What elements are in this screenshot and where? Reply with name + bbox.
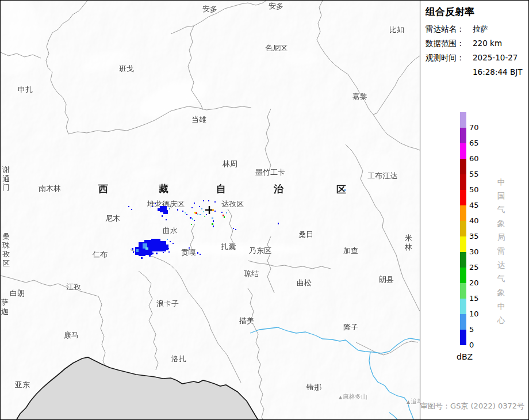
echo-pixel <box>213 226 214 227</box>
mountain-label: ▲康格多山 <box>339 393 367 401</box>
echo-pixel <box>278 223 279 224</box>
echo-pixel <box>203 200 204 201</box>
echo-pixel <box>191 224 192 225</box>
colorbar-segment <box>460 283 466 299</box>
mountain-icon: ▲ <box>339 395 342 400</box>
colorbar-segment <box>460 236 466 252</box>
echo-pixel <box>214 211 216 212</box>
echo-pixel <box>185 212 186 213</box>
place-label: 江孜 <box>66 282 81 292</box>
terrain-basemap <box>1 1 420 419</box>
colorbar-segment <box>460 299 466 314</box>
place-label: 申扎 <box>18 85 33 95</box>
echo-pixel <box>133 251 134 253</box>
station-info: 雷达站名： 拉萨 数据范围： 220 km 观测时间： 2025-10-27 1… <box>425 24 528 77</box>
echo-pixel <box>212 209 214 211</box>
colorbar-tick: 30 <box>469 247 479 256</box>
echo-pixel <box>190 217 191 219</box>
echo-pixel <box>151 253 154 254</box>
colorbar-tick: 15 <box>469 294 479 303</box>
colorbar-tick: 65 <box>469 139 479 147</box>
colorbar-tick: 50 <box>469 185 479 194</box>
place-label: 比如 <box>389 25 404 35</box>
echo-pixel <box>212 223 213 225</box>
echo-pixel <box>168 248 169 249</box>
colorbar-segment <box>460 205 466 221</box>
echo-pixel <box>155 203 156 204</box>
radar-map: 安多安多比如色尼区班戈申扎嘉黎当雄林周墨竹工卡工布江达南木林堆龙德庆区达孜区尼木… <box>1 1 420 419</box>
echo-pixel <box>214 201 216 203</box>
place-label: 错那 <box>306 382 321 392</box>
echo-pixel <box>141 257 143 259</box>
echo-pixel <box>152 206 153 207</box>
echo-pixel <box>172 243 174 244</box>
colorbar-segment <box>460 330 466 345</box>
echo-pixel <box>344 189 346 191</box>
colorbar-tick: 45 <box>469 201 479 209</box>
colorbar-tick: 35 <box>469 232 479 240</box>
place-label: 洛扎 <box>171 354 186 364</box>
place-label: 色尼区 <box>265 43 288 54</box>
echo-pixel <box>197 252 198 254</box>
echo-pixel <box>213 220 214 222</box>
place-label: 浪卡子 <box>156 299 179 309</box>
echo-pixel <box>224 216 225 218</box>
echo-pixel <box>166 219 167 220</box>
echo-pixel <box>221 212 223 213</box>
echo-pixel <box>136 249 139 252</box>
echo-pixel <box>182 211 183 212</box>
colorbar-tick: 25 <box>469 263 479 272</box>
colorbar-segment <box>460 221 466 236</box>
colorbar-tick: 40 <box>469 216 479 225</box>
echo-pixel <box>197 213 198 215</box>
dbz-unit-label: dBZ <box>457 352 473 361</box>
echo-pixel <box>235 229 236 230</box>
station-name-value: 拉萨 <box>473 24 528 35</box>
map-approval-number: 审图号：GS京 (2022) 0372号 <box>420 401 524 411</box>
echo-pixel <box>233 228 234 229</box>
echo-pixel <box>208 200 209 201</box>
echo-pixel <box>145 247 148 250</box>
place-label: 安多 <box>202 4 217 14</box>
colorbar-segment <box>460 252 466 268</box>
place-label: 工布江达 <box>367 171 397 181</box>
colorbar-segment <box>460 314 466 330</box>
colorbar-tick: 0 <box>469 341 474 349</box>
echo-pixel <box>201 208 202 209</box>
place-label: 当雄 <box>191 114 206 125</box>
echo-pixel <box>158 208 160 211</box>
colorbar-segment <box>460 128 466 143</box>
echo-pixel <box>132 248 133 250</box>
colorbar-tick: 5 <box>469 325 474 334</box>
place-label: 加查 <box>343 246 358 256</box>
info-row-obstime2: 16:28:44 BJT <box>425 67 528 77</box>
product-title: 组合反射率 <box>425 5 528 18</box>
place-label-vertical: 米林 <box>404 234 413 251</box>
colorbar-segment <box>460 174 466 190</box>
place-label: 琼结 <box>244 269 259 279</box>
echo-pixel <box>194 203 195 204</box>
colorbar-segment <box>460 190 466 205</box>
place-label: 桑日 <box>298 230 313 240</box>
echo-pixel <box>204 216 205 217</box>
radar-viewer: 安多安多比如色尼区班戈申扎嘉黎当雄林周墨竹工卡工布江达南木林堆龙德庆区达孜区尼木… <box>0 0 529 420</box>
place-label: 白朗 <box>10 288 25 299</box>
place-label: 安多 <box>269 1 283 12</box>
echo-pixel <box>169 208 170 209</box>
echo-pixel <box>168 251 170 253</box>
echo-pixel <box>191 207 193 208</box>
echo-pixel <box>199 206 200 207</box>
echo-pixel <box>189 247 190 249</box>
place-label: 措美 <box>239 316 254 326</box>
place-label: 亚东 <box>15 380 30 390</box>
colorbar-segment <box>460 143 466 159</box>
dbz-colorbar <box>460 112 466 345</box>
colorbar-tick: 20 <box>469 278 479 287</box>
place-label: 贡嘎 <box>181 247 196 258</box>
echo-pixel <box>212 217 213 219</box>
mountain-icon: ▲ <box>407 399 410 404</box>
mountain-label: ▲追鸟日 <box>407 398 420 406</box>
place-label: 嘉黎 <box>352 91 367 102</box>
colorbar-tick: 55 <box>469 170 479 178</box>
colorbar-tick: 10 <box>469 310 479 318</box>
